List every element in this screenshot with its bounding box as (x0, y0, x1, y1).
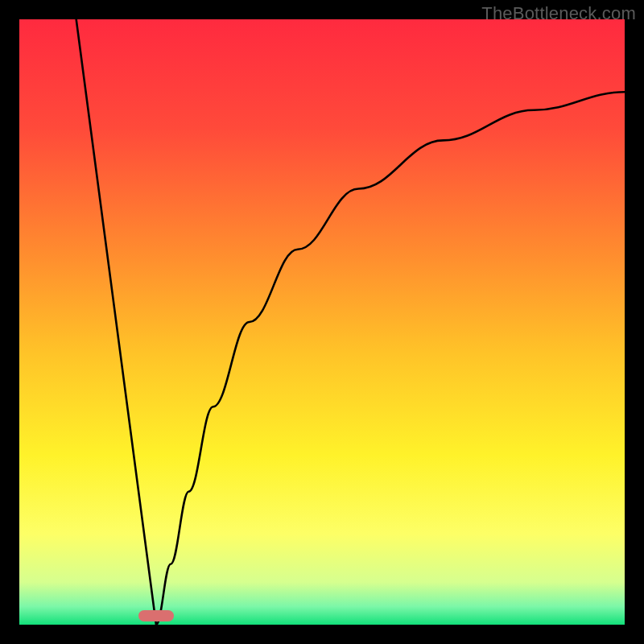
minimum-marker (138, 610, 174, 621)
chart-frame: TheBottleneck.com (0, 0, 644, 644)
watermark-text: TheBottleneck.com (481, 3, 636, 24)
plot-area (19, 19, 625, 625)
bottleneck-curve (19, 19, 625, 625)
